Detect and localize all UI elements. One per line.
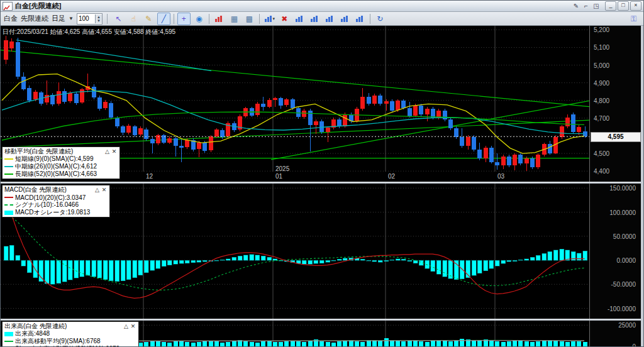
candle[interactable]: [45, 95, 49, 102]
candle[interactable]: [174, 138, 178, 146]
legend-collapse-button[interactable]: △: [104, 148, 111, 155]
volume-bar[interactable]: [302, 342, 306, 346]
macd-histogram-bar[interactable]: [21, 260, 26, 266]
candle[interactable]: [360, 97, 365, 109]
candle[interactable]: [431, 109, 435, 118]
refresh-icon[interactable]: ↻: [374, 13, 387, 25]
candle[interactable]: [4, 40, 8, 60]
candle[interactable]: [378, 96, 382, 104]
volume-bar[interactable]: [209, 341, 213, 346]
macd-histogram-bar[interactable]: [565, 250, 570, 260]
candle[interactable]: [477, 150, 482, 158]
candle[interactable]: [121, 126, 125, 133]
legend-close-button[interactable]: ✕: [111, 148, 118, 155]
candle[interactable]: [518, 155, 523, 163]
volume-bar[interactable]: [525, 341, 529, 346]
volume-bar[interactable]: [220, 343, 225, 346]
grid-layout-dense-icon[interactable]: ▩: [243, 13, 256, 25]
macd-histogram-bar[interactable]: [92, 260, 96, 277]
macd-histogram-bar[interactable]: [536, 255, 540, 260]
volume-bar[interactable]: [513, 341, 517, 346]
candle[interactable]: [372, 96, 377, 104]
candle[interactable]: [109, 103, 113, 118]
macd-histogram-bar[interactable]: [232, 257, 236, 260]
volume-bar[interactable]: [343, 341, 347, 346]
volume-bar[interactable]: [296, 341, 301, 346]
candle[interactable]: [425, 109, 430, 114]
macd-histogram-bar[interactable]: [50, 260, 55, 284]
macd-histogram-bar[interactable]: [103, 260, 108, 280]
remove-indicator-icon[interactable]: ✖: [278, 13, 291, 25]
macd-histogram-bar[interactable]: [367, 260, 371, 261]
annotate-pen-icon[interactable]: ✎: [571, 2, 581, 11]
candle[interactable]: [536, 155, 540, 167]
candle[interactable]: [507, 157, 511, 165]
macd-histogram-bar[interactable]: [150, 260, 155, 270]
crosshair-tool-icon[interactable]: +: [177, 13, 191, 25]
legend-collapse-button[interactable]: △: [123, 323, 130, 329]
candle[interactable]: [50, 95, 55, 104]
down-trendline-short[interactable]: [16, 40, 211, 71]
volume-bar[interactable]: [291, 341, 295, 346]
macd-histogram-bar[interactable]: [401, 259, 406, 260]
indicator-5-icon[interactable]: [353, 13, 367, 25]
macd-histogram-layer[interactable]: [4, 245, 587, 284]
macd-histogram-bar[interactable]: [331, 260, 336, 261]
volume-bar[interactable]: [284, 341, 289, 346]
volume-bar[interactable]: [255, 343, 260, 346]
macd-histogram-bar[interactable]: [396, 259, 400, 260]
candle[interactable]: [448, 119, 453, 128]
volume-bar[interactable]: [530, 342, 535, 346]
candle[interactable]: [484, 148, 488, 158]
macd-histogram-bar[interactable]: [472, 260, 476, 275]
macd-histogram-bar[interactable]: [489, 260, 494, 268]
trendlines-layer[interactable]: [1, 40, 589, 160]
macd-histogram-bar[interactable]: [243, 255, 248, 260]
candle[interactable]: [571, 114, 575, 132]
volume-bar[interactable]: [337, 341, 341, 346]
volume-bar[interactable]: [425, 342, 430, 346]
volume-bar[interactable]: [560, 341, 564, 346]
macd-histogram-bar[interactable]: [302, 260, 306, 264]
volume-bar[interactable]: [518, 341, 523, 346]
macd-histogram-bar[interactable]: [319, 260, 324, 263]
close-button[interactable]: ×: [630, 1, 641, 11]
candle[interactable]: [92, 87, 96, 97]
candle[interactable]: [57, 91, 61, 104]
candle[interactable]: [302, 111, 306, 117]
macd-histogram-bar[interactable]: [214, 260, 219, 261]
macd-histogram-bar[interactable]: [121, 260, 125, 281]
macd-histogram-bar[interactable]: [226, 259, 230, 260]
macd-histogram-bar[interactable]: [273, 259, 277, 260]
macd-histogram-bar[interactable]: [203, 260, 207, 262]
candle[interactable]: [548, 144, 552, 153]
volume-bar[interactable]: [279, 342, 283, 346]
macd-histogram-bar[interactable]: [179, 260, 184, 263]
volume-bar[interactable]: [378, 341, 382, 346]
titlebar[interactable]: 白金[先限連続] ✎⌐◳ _□×: [1, 1, 643, 12]
legend-close-button[interactable]: ✕: [101, 187, 108, 193]
minimize-button[interactable]: _: [605, 1, 616, 11]
volume-bar[interactable]: [553, 341, 558, 346]
macd-histogram-bar[interactable]: [326, 260, 330, 262]
macd-histogram-bar[interactable]: [337, 259, 341, 260]
legend-close-button[interactable]: ✕: [130, 323, 136, 329]
candle[interactable]: [179, 146, 184, 148]
macd-histogram-bar[interactable]: [384, 260, 389, 262]
macd-axis[interactable]: 150.0000100.000050.00000.0000-50.0000-10…: [589, 184, 641, 319]
volume-bar[interactable]: [185, 342, 189, 346]
macd-histogram-bar[interactable]: [255, 255, 260, 260]
up-trendline-steep[interactable]: [271, 101, 589, 160]
symbol-label[interactable]: 白金: [4, 14, 18, 23]
macd-histogram-bar[interactable]: [525, 259, 529, 260]
volume-bar[interactable]: [273, 342, 277, 346]
macd-histogram-bar[interactable]: [431, 260, 435, 272]
macd-histogram-bar[interactable]: [238, 256, 242, 260]
candle[interactable]: [126, 126, 131, 133]
macd-histogram-bar[interactable]: [261, 256, 265, 260]
volume-bar[interactable]: [150, 341, 155, 346]
volume-bar[interactable]: [319, 341, 324, 346]
candle[interactable]: [413, 106, 418, 116]
macd-histogram-bar[interactable]: [372, 260, 377, 262]
magnet-icon[interactable]: ⌐: [581, 2, 591, 11]
